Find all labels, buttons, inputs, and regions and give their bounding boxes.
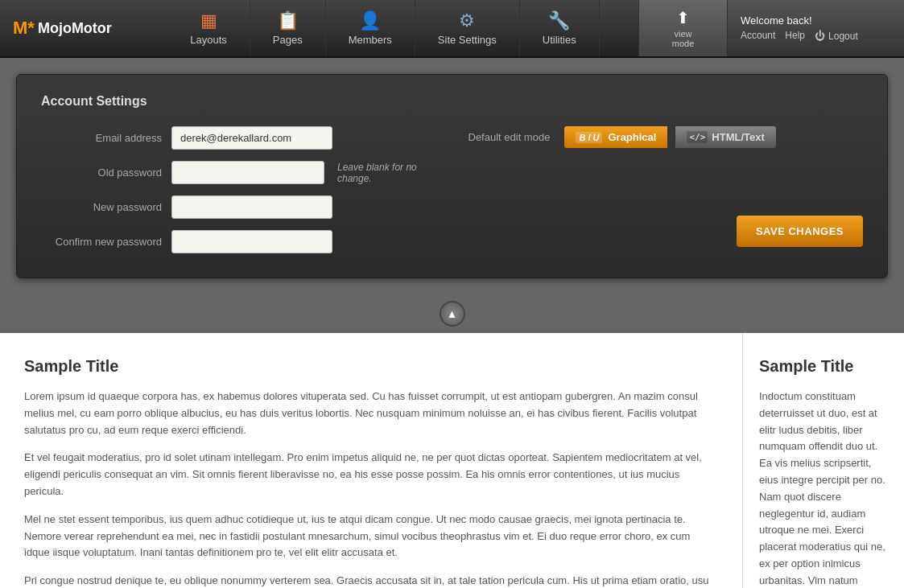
edit-mode-label: Default edit mode — [469, 131, 551, 143]
welcome-links: Account Help ⏻ Logout — [741, 30, 891, 42]
form-grid: Email address Old password Leave blank f… — [41, 126, 863, 253]
logo-area[interactable]: M* MojoMotor — [0, 0, 129, 56]
top-nav-bar: M* MojoMotor ▦ Layouts 📋 Pages 👤 Members… — [0, 0, 904, 58]
main-column: Sample Title Lorem ipsum id quaeque corp… — [0, 333, 743, 588]
main-para-1: Et vel feugait moderatius, pro id solet … — [24, 450, 718, 500]
form-right: Default edit mode B I U Graphical </> HT… — [469, 126, 864, 253]
nav-label-site-settings: Site Settings — [438, 34, 497, 46]
two-col-layout: Sample Title Lorem ipsum id quaeque corp… — [0, 333, 904, 588]
email-label: Email address — [41, 132, 162, 144]
old-password-input[interactable] — [171, 161, 324, 184]
logout-label: Logout — [828, 31, 858, 42]
save-changes-button[interactable]: SAVE CHANGES — [737, 216, 863, 247]
main-sample-title: Sample Title — [24, 357, 718, 376]
old-password-label: Old password — [41, 167, 162, 179]
main-nav: ▦ Layouts 📋 Pages 👤 Members ⚙ Site Setti… — [129, 0, 638, 56]
new-password-input[interactable] — [171, 195, 332, 219]
html-mode-button[interactable]: </> HTML/Text — [675, 126, 775, 148]
form-left: Email address Old password Leave blank f… — [41, 126, 436, 253]
format-icons: B I U — [576, 132, 602, 143]
nav-item-site-settings[interactable]: ⚙ Site Settings — [415, 0, 520, 56]
logo-icon: M* — [13, 18, 35, 39]
nav-item-members[interactable]: 👤 Members — [326, 0, 415, 56]
old-password-row: Old password Leave blank for no change. — [41, 161, 436, 184]
account-link[interactable]: Account — [741, 30, 775, 42]
nav-label-utilities: Utilities — [543, 34, 576, 46]
side-column: Sample Title Indoctum constituam deterru… — [743, 333, 904, 588]
account-settings-panel: Account Settings Email address Old passw… — [16, 74, 888, 278]
new-password-label: New password — [41, 201, 162, 213]
collapse-button[interactable]: ▲ — [440, 301, 465, 327]
logout-button[interactable]: ⏻ Logout — [815, 30, 858, 42]
edit-mode-row: Default edit mode B I U Graphical </> HT… — [469, 126, 864, 148]
html-label: HTML/Text — [712, 131, 764, 143]
welcome-text: Welcome back! — [741, 14, 891, 27]
view-mode-icon: ⬆ — [676, 8, 690, 27]
confirm-password-label: Confirm new password — [41, 236, 162, 248]
welcome-area: Welcome back! Account Help ⏻ Logout — [727, 0, 904, 56]
panel-title: Account Settings — [41, 94, 863, 109]
collapse-icon: ▲ — [447, 307, 458, 320]
html-icon: </> — [687, 131, 708, 143]
confirm-password-row: Confirm new password — [41, 230, 436, 253]
nav-item-utilities[interactable]: 🔧 Utilities — [520, 0, 600, 56]
main-para-2: Mel ne stet essent temporibus, ius quem … — [24, 512, 718, 561]
main-content: Account Settings Email address Old passw… — [0, 58, 904, 294]
graphical-label: Graphical — [608, 131, 656, 143]
graphical-mode-button[interactable]: B I U Graphical — [564, 126, 667, 148]
nav-item-layouts[interactable]: ▦ Layouts — [167, 0, 250, 56]
nav-item-pages[interactable]: 📋 Pages — [250, 0, 326, 56]
view-mode-area[interactable]: ⬆ viewmode — [638, 0, 727, 56]
nav-label-pages: Pages — [273, 34, 303, 46]
logout-icon: ⏻ — [815, 30, 825, 42]
main-para-3: Pri congue nostrud denique te, eu obliqu… — [24, 573, 718, 588]
new-password-row: New password — [41, 195, 436, 219]
email-row: Email address — [41, 126, 436, 150]
utilities-icon: 🔧 — [548, 10, 570, 31]
view-mode-label: viewmode — [672, 29, 695, 48]
help-link[interactable]: Help — [785, 30, 805, 42]
old-password-hint: Leave blank for no change. — [337, 162, 436, 184]
email-input[interactable] — [171, 126, 332, 150]
main-para-0: Lorem ipsum id quaeque corpora has, ex h… — [24, 389, 718, 438]
pages-icon: 📋 — [277, 10, 299, 31]
logo-text: MojoMotor — [38, 20, 112, 37]
side-para-0: Indoctum constituam deterruisset ut duo,… — [759, 389, 888, 588]
bottom-content: Sample Title Lorem ipsum id quaeque corp… — [0, 333, 904, 588]
site-settings-icon: ⚙ — [459, 10, 475, 31]
side-sample-title: Sample Title — [759, 357, 888, 376]
confirm-password-input[interactable] — [171, 230, 332, 253]
layouts-icon: ▦ — [200, 10, 217, 31]
nav-label-layouts: Layouts — [190, 34, 227, 46]
members-icon: 👤 — [359, 10, 381, 31]
nav-label-members: Members — [349, 34, 392, 46]
save-area: SAVE CHANGES — [469, 208, 864, 247]
collapse-bar: ▲ — [0, 294, 904, 333]
